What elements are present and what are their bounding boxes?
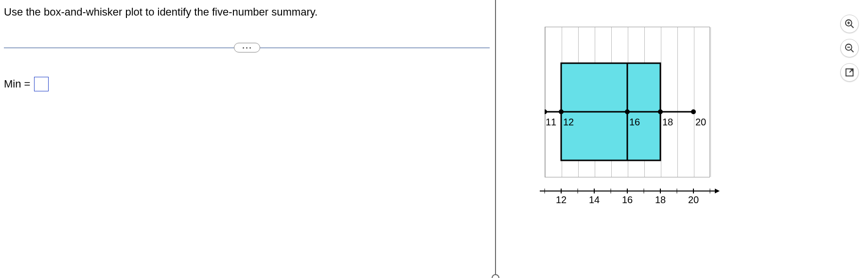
tool-column [840, 15, 861, 82]
svg-point-6 [559, 109, 564, 114]
popout-button[interactable] [840, 63, 859, 82]
zoom-out-icon [844, 43, 855, 53]
zoom-out-button[interactable] [840, 39, 859, 57]
point-label-median: 16 [629, 117, 640, 128]
axis-tick-label: 20 [688, 194, 699, 206]
axis-tick-label: 12 [556, 194, 567, 206]
point-label-q1: 12 [563, 117, 574, 128]
gridline [710, 27, 711, 177]
svg-point-7 [625, 109, 630, 114]
zoom-in-icon [844, 18, 855, 29]
point-label-max: 20 [695, 117, 706, 128]
answer-label: Min = [4, 78, 30, 90]
question-prompt: Use the box-and-whisker plot to identify… [4, 6, 490, 18]
svg-line-24 [851, 25, 854, 28]
point-label-q3: 18 [662, 117, 673, 128]
figure-panel: 11 12 16 18 20 12 14 16 18 20 [520, 10, 861, 262]
more-options-button[interactable] [234, 43, 260, 52]
svg-line-28 [851, 50, 854, 52]
section-divider [4, 43, 490, 52]
panel-splitter[interactable] [495, 0, 496, 278]
svg-marker-11 [715, 189, 720, 193]
axis-tick-label: 16 [622, 194, 633, 206]
question-panel: Use the box-and-whisker plot to identify… [0, 0, 494, 278]
svg-point-9 [691, 109, 696, 114]
point-label-min: 11 [546, 117, 556, 128]
min-input[interactable] [34, 77, 49, 91]
axis-tick-label: 18 [655, 194, 666, 206]
boxplot-svg [545, 27, 710, 177]
svg-point-5 [545, 109, 547, 114]
popout-icon [844, 67, 855, 78]
splitter-handle[interactable] [492, 274, 499, 278]
zoom-in-button[interactable] [840, 15, 859, 33]
svg-line-31 [850, 70, 852, 72]
answer-row: Min = [4, 77, 490, 91]
axis-tick-label: 14 [589, 194, 600, 206]
boxplot-chart: 11 12 16 18 20 12 14 16 18 20 [545, 27, 710, 211]
svg-point-8 [658, 109, 663, 114]
